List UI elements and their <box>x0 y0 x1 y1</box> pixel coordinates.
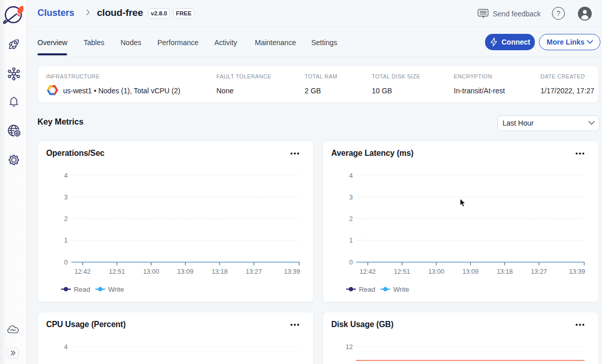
svg-text:4: 4 <box>64 343 68 351</box>
svg-text:13:27: 13:27 <box>531 268 547 275</box>
svg-text:13:27: 13:27 <box>246 268 262 275</box>
svg-text:12:42: 12:42 <box>359 268 375 275</box>
svg-text:?: ? <box>556 9 560 17</box>
svg-text:12:51: 12:51 <box>109 268 125 275</box>
svg-text:13:09: 13:09 <box>177 268 193 275</box>
svg-text:12: 12 <box>346 343 353 351</box>
svg-text:4: 4 <box>349 172 353 179</box>
svg-text:Read: Read <box>359 286 375 293</box>
svg-text:2: 2 <box>349 215 353 223</box>
svg-text:1: 1 <box>64 237 68 244</box>
svg-text:2: 2 <box>64 215 68 223</box>
svg-text:Write: Write <box>393 286 409 293</box>
svg-text:13:39: 13:39 <box>569 268 585 275</box>
svg-text:0: 0 <box>349 259 353 266</box>
svg-text:Write: Write <box>108 286 124 293</box>
svg-text:13:18: 13:18 <box>497 268 513 275</box>
svg-text:13:00: 13:00 <box>143 268 159 275</box>
svg-text:4: 4 <box>64 172 68 179</box>
svg-text:Read: Read <box>74 286 90 293</box>
svg-text:13:18: 13:18 <box>212 268 228 275</box>
svg-text:0: 0 <box>64 259 68 266</box>
svg-text:1: 1 <box>349 237 353 244</box>
svg-text:13:39: 13:39 <box>284 268 300 275</box>
svg-text:13:00: 13:00 <box>428 268 444 275</box>
svg-text:3: 3 <box>64 194 68 201</box>
svg-text:12:51: 12:51 <box>394 268 410 275</box>
svg-text:3: 3 <box>349 194 353 201</box>
svg-text:12:42: 12:42 <box>74 268 90 275</box>
svg-text:13:09: 13:09 <box>463 268 478 275</box>
